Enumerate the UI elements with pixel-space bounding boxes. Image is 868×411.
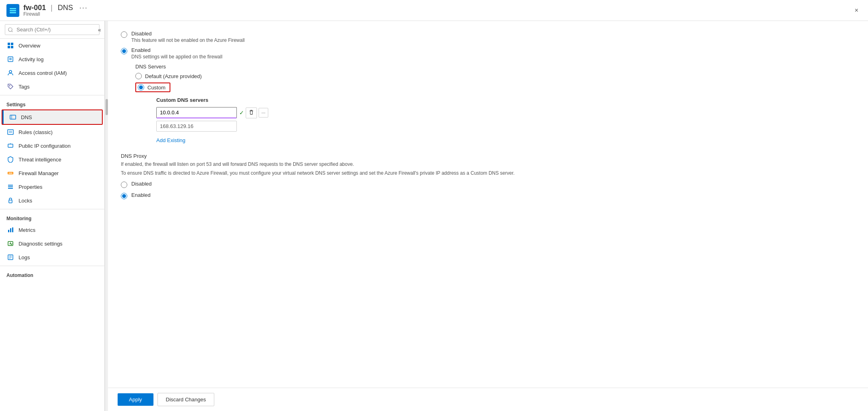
enabled-desc: DNS settings will be applied on the fire… xyxy=(131,54,222,60)
proxy-enabled-radio[interactable] xyxy=(121,193,127,199)
svg-rect-2 xyxy=(10,12,16,13)
settings-section-label: Settings xyxy=(0,97,104,109)
threat-intel-icon xyxy=(6,155,15,163)
svg-rect-12 xyxy=(10,115,16,119)
default-dns-label[interactable]: Default (Azure provided) xyxy=(145,73,202,79)
disabled-label-group: Disabled This feature will not be enable… xyxy=(131,31,245,43)
search-input[interactable] xyxy=(5,24,99,35)
delete-entry-button[interactable] xyxy=(246,107,257,118)
checkmark-icon: ✓ xyxy=(239,109,244,116)
resource-name: fw-001 xyxy=(23,4,46,12)
sidebar-item-threat-intel[interactable]: Threat intelligence xyxy=(0,153,104,166)
sidebar-item-access-control[interactable]: Access control (IAM) xyxy=(0,66,104,80)
custom-dns-option: Custom xyxy=(135,83,855,92)
sidebar-label-dns: DNS xyxy=(21,114,32,120)
proxy-disabled-option: Disabled xyxy=(121,181,855,188)
monitoring-section-label: Monitoring xyxy=(0,211,104,223)
svg-rect-1 xyxy=(10,10,16,11)
svg-rect-14 xyxy=(8,130,13,134)
enabled-option: Enabled DNS settings will be applied on … xyxy=(121,47,855,60)
proxy-enabled-label[interactable]: Enabled xyxy=(131,192,151,198)
dns-servers-label: DNS Servers xyxy=(135,64,855,70)
disabled-option: Disabled This feature will not be enable… xyxy=(121,31,855,43)
svg-rect-25 xyxy=(8,230,9,232)
dns-proxy-desc1: If enabled, the firewall will listen on … xyxy=(121,161,855,168)
sidebar-label-metrics: Metrics xyxy=(19,227,35,233)
svg-rect-17 xyxy=(8,144,13,147)
dns-entry-2-input[interactable] xyxy=(156,121,237,132)
sidebar-item-diagnostic[interactable]: Diagnostic settings xyxy=(0,237,104,250)
apply-button[interactable]: Apply xyxy=(118,393,153,406)
sidebar-search-container xyxy=(0,21,104,39)
sidebar-scroll-thumb[interactable] xyxy=(106,99,108,115)
sidebar-wrapper: « Overview Activity log Access control (… xyxy=(0,21,108,411)
more-options-icon[interactable]: ··· xyxy=(79,4,88,12)
sidebar-item-properties[interactable]: Properties xyxy=(0,180,104,194)
sidebar-label-activity-log: Activity log xyxy=(19,56,44,62)
automation-section-label: Automation xyxy=(0,268,104,280)
disabled-label: Disabled xyxy=(131,31,245,37)
svg-rect-5 xyxy=(8,46,10,48)
dns-entry-2 xyxy=(156,121,855,132)
sidebar-label-locks: Locks xyxy=(19,198,32,204)
custom-radio-highlight-box: Custom xyxy=(135,83,170,92)
disabled-desc: This feature will not be enabled on the … xyxy=(131,37,245,43)
proxy-disabled-radio[interactable] xyxy=(121,182,127,188)
sidebar-item-locks[interactable]: Locks xyxy=(0,194,104,207)
custom-dns-radio[interactable] xyxy=(138,84,144,91)
proxy-enabled-option: Enabled xyxy=(121,192,855,199)
disabled-radio[interactable] xyxy=(121,31,127,38)
sidebar-item-overview[interactable]: Overview xyxy=(0,39,104,52)
dns-servers-section: DNS Servers Default (Azure provided) Cus… xyxy=(135,64,855,143)
locks-icon xyxy=(6,196,15,204)
title-divider: | xyxy=(51,4,55,12)
tags-icon xyxy=(6,83,15,91)
sidebar-label-tags: Tags xyxy=(19,84,29,90)
svg-rect-27 xyxy=(12,227,13,232)
sidebar-item-logs[interactable]: Logs xyxy=(0,250,104,264)
logs-icon xyxy=(6,253,15,261)
sidebar-label-diagnostic: Diagnostic settings xyxy=(19,241,62,247)
sidebar-item-metrics[interactable]: Metrics xyxy=(0,223,104,237)
svg-rect-3 xyxy=(8,43,10,45)
sidebar: « Overview Activity log Access control (… xyxy=(0,21,105,411)
enabled-radio[interactable] xyxy=(121,48,127,54)
resource-type: Firewall xyxy=(23,11,88,17)
header-title-group: fw-001 | DNS ··· Firewall xyxy=(23,4,88,17)
sidebar-item-dns[interactable]: DNS xyxy=(2,109,103,125)
sidebar-scrollbar[interactable] xyxy=(105,21,108,411)
svg-point-11 xyxy=(9,85,10,87)
discard-button[interactable]: Discard Changes xyxy=(157,393,215,406)
page-title: DNS xyxy=(58,4,73,12)
overview-icon xyxy=(6,41,15,50)
more-options-button[interactable]: ··· xyxy=(259,108,268,118)
sidebar-item-public-ip[interactable]: Public IP configuration xyxy=(0,139,104,153)
svg-rect-24 xyxy=(9,200,12,203)
sidebar-label-firewall-manager: Firewall Manager xyxy=(19,170,59,176)
dns-proxy-title: DNS Proxy xyxy=(121,153,855,159)
dns-entry-1-input[interactable] xyxy=(156,107,237,118)
rules-icon xyxy=(6,128,15,136)
svg-rect-26 xyxy=(10,228,11,232)
sidebar-label-logs: Logs xyxy=(19,254,30,260)
sidebar-item-tags[interactable]: Tags xyxy=(0,80,104,93)
sidebar-item-firewall-manager[interactable]: Firewall Manager xyxy=(0,166,104,180)
add-existing-link[interactable]: Add Existing xyxy=(156,137,185,143)
sidebar-item-activity-log[interactable]: Activity log xyxy=(0,52,104,66)
dns-proxy-section: DNS Proxy If enabled, the firewall will … xyxy=(121,153,855,199)
svg-rect-20 xyxy=(8,173,12,173)
access-control-icon xyxy=(6,69,15,77)
svg-rect-0 xyxy=(10,8,16,9)
diagnostic-icon xyxy=(6,240,15,248)
dns-proxy-desc2: To ensure DNS traffic is directed to Azu… xyxy=(121,169,855,177)
default-dns-radio[interactable] xyxy=(135,73,142,79)
metrics-icon xyxy=(6,226,15,234)
close-button[interactable]: × xyxy=(851,5,862,16)
proxy-disabled-label[interactable]: Disabled xyxy=(131,181,152,187)
public-ip-icon xyxy=(6,142,15,150)
sidebar-collapse-button[interactable]: « xyxy=(98,27,101,33)
dns-entry-1: ✓ ··· xyxy=(156,107,855,118)
custom-dns-label[interactable]: Custom xyxy=(147,85,166,91)
main-layout: « Overview Activity log Access control (… xyxy=(0,21,868,411)
sidebar-item-rules[interactable]: Rules (classic) xyxy=(0,125,104,139)
